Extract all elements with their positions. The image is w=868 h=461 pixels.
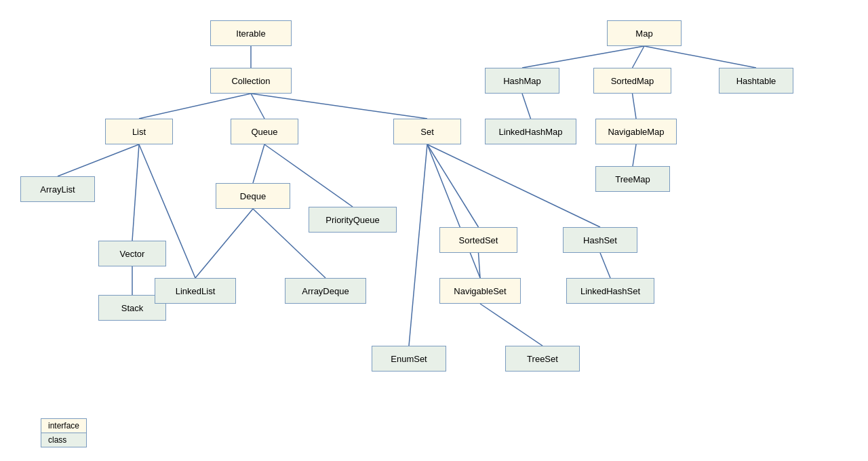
node-navigablemap: NavigableMap (595, 119, 677, 144)
node-linkedhashmap: LinkedHashMap (485, 119, 576, 144)
node-hashset: HashSet (563, 227, 637, 253)
node-treeset: TreeSet (505, 346, 580, 372)
node-collection: Collection (210, 68, 292, 94)
node-set: Set (393, 119, 461, 144)
node-enumset: EnumSet (372, 346, 446, 372)
svg-line-5 (132, 144, 139, 241)
node-treemap: TreeMap (595, 166, 670, 192)
svg-line-8 (253, 144, 264, 183)
legend: interface class (41, 418, 87, 447)
svg-line-21 (644, 46, 756, 68)
node-iterable: Iterable (210, 20, 292, 46)
node-vector: Vector (98, 241, 166, 266)
legend-class: class (41, 433, 86, 447)
node-navigableset: NavigableSet (439, 278, 521, 304)
node-linkedhashset: LinkedHashSet (566, 278, 654, 304)
svg-line-20 (633, 46, 645, 68)
node-priorityqueue: PriorityQueue (309, 207, 397, 233)
svg-line-19 (522, 46, 644, 68)
svg-line-13 (427, 144, 600, 227)
svg-line-16 (479, 253, 481, 278)
svg-line-17 (600, 253, 610, 278)
svg-line-12 (427, 144, 479, 227)
svg-line-1 (139, 94, 251, 119)
svg-line-2 (251, 94, 264, 119)
svg-line-24 (633, 144, 636, 166)
svg-line-15 (427, 144, 480, 278)
node-list: List (105, 119, 173, 144)
node-arraydeque: ArrayDeque (285, 278, 366, 304)
node-hashtable: Hashtable (719, 68, 793, 94)
svg-line-22 (522, 94, 531, 119)
node-hashmap: HashMap (485, 68, 559, 94)
svg-line-23 (633, 94, 637, 119)
node-linkedlist: LinkedList (155, 278, 236, 304)
svg-line-4 (58, 144, 139, 176)
node-arraylist: ArrayList (20, 176, 95, 202)
node-sortedset: SortedSet (439, 227, 517, 253)
legend-interface: interface (41, 419, 86, 433)
svg-line-18 (480, 304, 542, 346)
node-deque: Deque (216, 183, 290, 209)
diagram: IterableCollectionListQueueSetArrayListV… (0, 0, 868, 461)
node-sortedmap: SortedMap (593, 68, 671, 94)
svg-line-3 (251, 94, 427, 119)
node-map: Map (607, 20, 682, 46)
node-queue: Queue (231, 119, 298, 144)
svg-line-14 (409, 144, 427, 346)
svg-line-10 (195, 209, 253, 278)
